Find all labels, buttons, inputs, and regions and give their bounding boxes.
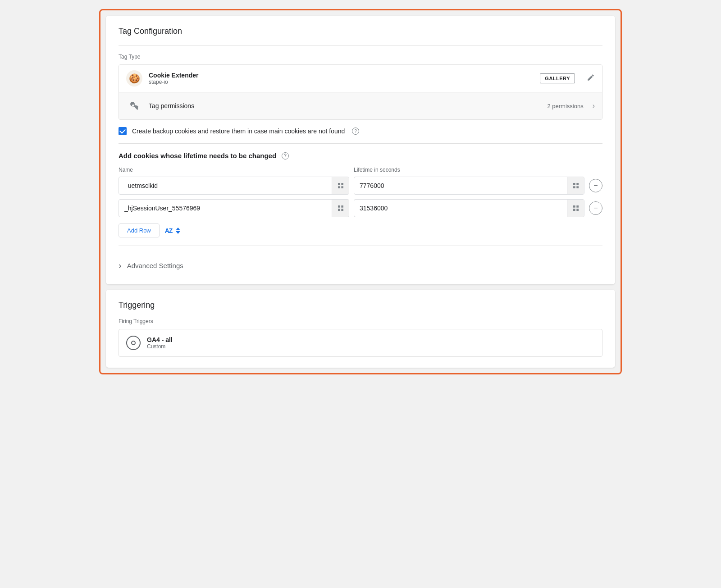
sort-arrows-icon xyxy=(176,228,180,234)
lifetime-input-2[interactable] xyxy=(354,200,567,216)
permissions-count: 2 permissions xyxy=(547,103,583,109)
svg-rect-10 xyxy=(341,205,343,208)
svg-rect-15 xyxy=(576,209,579,211)
lifetime-variable-btn-2[interactable] xyxy=(567,200,584,217)
triggering-title: Triggering xyxy=(119,301,602,310)
chevron-right-icon: › xyxy=(593,102,595,110)
fields-labels: Name Lifetime in seconds xyxy=(119,167,602,176)
cookie-row-1: − xyxy=(119,177,602,195)
svg-rect-3 xyxy=(341,186,343,188)
trigger-info: GA4 - all Custom xyxy=(147,336,173,350)
svg-rect-8 xyxy=(338,205,340,208)
name-variable-btn-1[interactable] xyxy=(332,177,349,194)
advanced-settings-label: Advanced Settings xyxy=(127,262,183,269)
trigger-name: GA4 - all xyxy=(147,336,173,343)
name-col-label: Name xyxy=(119,167,349,173)
svg-rect-5 xyxy=(573,186,575,188)
sort-button[interactable]: AZ xyxy=(165,227,181,234)
name-field-1 xyxy=(119,177,349,195)
lifetime-field-2 xyxy=(354,199,584,217)
tag-info: Cookie Extender stape-io xyxy=(149,72,534,85)
tag-sub: stape-io xyxy=(149,79,534,85)
svg-rect-9 xyxy=(338,209,340,211)
lifetime-variable-btn-1[interactable] xyxy=(567,177,584,194)
backup-cookies-label: Create backup cookies and restore them i… xyxy=(132,128,345,135)
cookies-heading-text: Add cookies whose lifetime needs to be c… xyxy=(119,152,276,160)
svg-rect-0 xyxy=(338,183,340,185)
tag-config-panel: Tag Configuration Tag Type 🍪 Cookie Exte… xyxy=(106,16,615,284)
main-container: Tag Configuration Tag Type 🍪 Cookie Exte… xyxy=(99,9,622,374)
sort-az-text: AZ xyxy=(165,227,173,234)
sort-arrow-down-icon xyxy=(176,231,180,234)
permissions-label: Tag permissions xyxy=(149,102,541,109)
cookies-heading-help-icon[interactable]: ? xyxy=(282,152,289,160)
advanced-settings-row[interactable]: › Advanced Settings xyxy=(119,254,602,273)
tag-name: Cookie Extender xyxy=(149,72,534,79)
cookie-row-2: − xyxy=(119,199,602,217)
lifetime-input-1[interactable] xyxy=(354,178,567,194)
svg-rect-7 xyxy=(576,186,579,188)
lifetime-col-label: Lifetime in seconds xyxy=(354,167,584,173)
backup-cookies-help-icon[interactable]: ? xyxy=(352,128,359,135)
svg-rect-14 xyxy=(576,205,579,208)
firing-triggers-label: Firing Triggers xyxy=(119,318,602,324)
advanced-chevron-icon: › xyxy=(119,260,122,271)
edit-icon[interactable] xyxy=(587,73,595,84)
triggering-panel: Triggering Firing Triggers GA4 - all Cus… xyxy=(106,290,615,368)
cookies-section-heading: Add cookies whose lifetime needs to be c… xyxy=(119,152,602,160)
backup-cookies-checkbox[interactable] xyxy=(119,127,127,135)
lifetime-field-1 xyxy=(354,177,584,195)
name-field-2 xyxy=(119,199,349,217)
svg-rect-6 xyxy=(576,183,579,185)
trigger-type: Custom xyxy=(147,343,173,350)
tag-permissions-item[interactable]: Tag permissions 2 permissions › xyxy=(119,92,602,119)
key-icon xyxy=(126,98,142,114)
svg-rect-1 xyxy=(338,186,340,188)
tag-type-row: 🍪 Cookie Extender stape-io GALLERY Tag p… xyxy=(119,64,602,120)
svg-rect-13 xyxy=(573,209,575,211)
name-variable-btn-2[interactable] xyxy=(332,200,349,217)
svg-rect-11 xyxy=(341,209,343,211)
tag-type-label: Tag Type xyxy=(119,54,602,60)
remove-row-1-button[interactable]: − xyxy=(589,179,602,192)
backup-cookies-row: Create backup cookies and restore them i… xyxy=(119,127,602,135)
trigger-icon xyxy=(126,336,141,350)
cookie-icon: 🍪 xyxy=(126,70,142,87)
name-input-1[interactable] xyxy=(119,178,332,194)
cookie-extender-item[interactable]: 🍪 Cookie Extender stape-io GALLERY xyxy=(119,65,602,92)
gallery-button[interactable]: GALLERY xyxy=(540,73,575,83)
sort-arrow-up-icon xyxy=(176,228,180,230)
trigger-icon-inner xyxy=(131,341,136,345)
add-row-button[interactable]: Add Row xyxy=(119,223,160,237)
name-input-2[interactable] xyxy=(119,200,332,216)
remove-row-2-button[interactable]: − xyxy=(589,201,602,215)
svg-rect-12 xyxy=(573,205,575,208)
svg-rect-2 xyxy=(341,183,343,185)
trigger-item[interactable]: GA4 - all Custom xyxy=(119,329,602,357)
svg-rect-4 xyxy=(573,183,575,185)
row-actions: Add Row AZ xyxy=(119,223,602,237)
tag-config-title: Tag Configuration xyxy=(119,27,602,36)
